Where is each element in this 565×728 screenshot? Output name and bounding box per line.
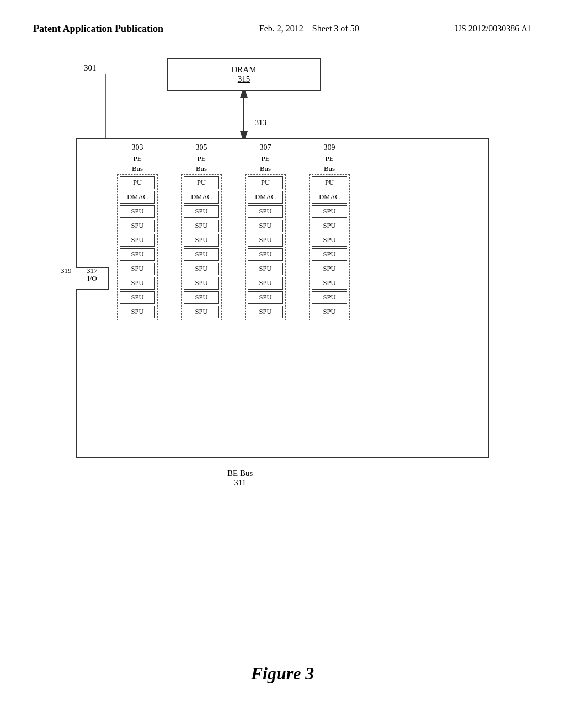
pe-label-0: PE	[133, 154, 141, 163]
pe-columns: 303PEBusPUDMACSPUSPUSPUSPUSPUSPUSPUSPU30…	[117, 143, 350, 320]
pe-cell-3-6: SPU	[312, 263, 347, 275]
pe-cell-2-3: SPU	[248, 220, 283, 232]
pe-cell-0-6: SPU	[120, 263, 155, 275]
pe-cell-0-3: SPU	[120, 220, 155, 232]
dram-label: DRAM	[231, 65, 256, 74]
pe-cell-1-1: DMAC	[184, 191, 219, 204]
pe-cell-0-0: PU	[120, 176, 155, 189]
pe-column-2: 307PEBusPUDMACSPUSPUSPUSPUSPUSPUSPUSPU	[245, 143, 286, 320]
pe-col-number-303: 303	[132, 143, 143, 152]
pe-col-number-307: 307	[260, 143, 271, 152]
pe-label-1: PE	[197, 154, 205, 163]
header-center: Feb. 2, 2012 Sheet 3 of 50	[259, 22, 359, 35]
pe-cell-2-5: SPU	[248, 248, 283, 261]
pe-cell-1-8: SPU	[184, 291, 219, 304]
pe-cell-1-3: SPU	[184, 220, 219, 232]
pe-cell-2-8: SPU	[248, 291, 283, 304]
pe-cell-1-9: SPU	[184, 306, 219, 318]
bus-label-1: Bus	[196, 164, 207, 173]
pe-label-3: PE	[325, 154, 333, 163]
pe-cell-2-9: SPU	[248, 306, 283, 318]
pe-cell-2-6: SPU	[248, 263, 283, 275]
dram-number: 315	[238, 74, 250, 84]
pe-cell-0-2: SPU	[120, 205, 155, 218]
patent-number: US 2012/0030386 A1	[455, 24, 532, 33]
io-label: I/O	[87, 274, 97, 283]
pe-cell-2-4: SPU	[248, 234, 283, 247]
bus-label-2: Bus	[260, 164, 271, 173]
sheet-number: Sheet 3 of 50	[312, 24, 359, 33]
diagram-area: DRAM 315 301 313 303PEBusPUDMACSPUSPUSPU…	[45, 58, 520, 510]
pe-cell-1-6: SPU	[184, 263, 219, 275]
pe-cell-3-2: SPU	[312, 205, 347, 218]
publication-title: Patent Application Publication	[33, 23, 163, 34]
label-317: 317	[87, 266, 98, 275]
pe-cell-0-7: SPU	[120, 277, 155, 290]
pe-cell-3-9: SPU	[312, 306, 347, 318]
be-bus-text: BE Bus	[227, 469, 253, 478]
pe-cell-1-2: SPU	[184, 205, 219, 218]
pe-cell-3-3: SPU	[312, 220, 347, 232]
label-313: 313	[255, 119, 266, 127]
pe-col-number-309: 309	[324, 143, 335, 152]
pe-cell-3-4: SPU	[312, 234, 347, 247]
figure-caption: Figure 3	[0, 663, 565, 684]
pe-cell-3-0: PU	[312, 176, 347, 189]
pe-cell-1-4: SPU	[184, 234, 219, 247]
pe-col-number-305: 305	[196, 143, 207, 152]
pe-cell-0-8: SPU	[120, 291, 155, 304]
pe-cell-3-7: SPU	[312, 277, 347, 290]
pe-column-1: 305PEBusPUDMACSPUSPUSPUSPUSPUSPUSPUSPU	[181, 143, 222, 320]
page-header: Patent Application Publication Feb. 2, 2…	[0, 0, 565, 47]
pe-cell-0-1: DMAC	[120, 191, 155, 204]
pe-inner-2: PUDMACSPUSPUSPUSPUSPUSPUSPUSPU	[245, 174, 286, 320]
pe-inner-1: PUDMACSPUSPUSPUSPUSPUSPUSPUSPU	[181, 174, 222, 320]
header-right: US 2012/0030386 A1	[455, 22, 532, 35]
pe-label-2: PE	[261, 154, 269, 163]
pe-cell-2-7: SPU	[248, 277, 283, 290]
pe-cell-1-0: PU	[184, 176, 219, 189]
pe-cell-2-1: DMAC	[248, 191, 283, 204]
be-bus-number: 311	[227, 478, 253, 488]
be-bus-label: BE Bus 311	[227, 469, 253, 488]
pe-cell-0-4: SPU	[120, 234, 155, 247]
pe-cell-1-5: SPU	[184, 248, 219, 261]
pe-cell-0-9: SPU	[120, 306, 155, 318]
label-319: 319	[61, 266, 72, 275]
pe-column-3: 309PEBusPUDMACSPUSPUSPUSPUSPUSPUSPUSPU	[309, 143, 350, 320]
pe-inner-0: PUDMACSPUSPUSPUSPUSPUSPUSPUSPU	[117, 174, 158, 320]
pe-column-0: 303PEBusPUDMACSPUSPUSPUSPUSPUSPUSPUSPU	[117, 143, 158, 320]
bus-label-0: Bus	[132, 164, 143, 173]
label-301: 301	[84, 63, 97, 73]
pe-cell-2-0: PU	[248, 176, 283, 189]
pe-cell-3-1: DMAC	[312, 191, 347, 204]
pe-cell-0-5: SPU	[120, 248, 155, 261]
pe-cell-2-2: SPU	[248, 205, 283, 218]
pe-inner-3: PUDMACSPUSPUSPUSPUSPUSPUSPUSPU	[309, 174, 350, 320]
dram-box: DRAM 315	[167, 58, 321, 91]
pe-cell-3-8: SPU	[312, 291, 347, 304]
pe-cell-1-7: SPU	[184, 277, 219, 290]
publication-date: Feb. 2, 2012	[259, 24, 303, 33]
pe-cell-3-5: SPU	[312, 248, 347, 261]
bus-label-3: Bus	[324, 164, 335, 173]
header-left: Patent Application Publication	[33, 22, 163, 36]
